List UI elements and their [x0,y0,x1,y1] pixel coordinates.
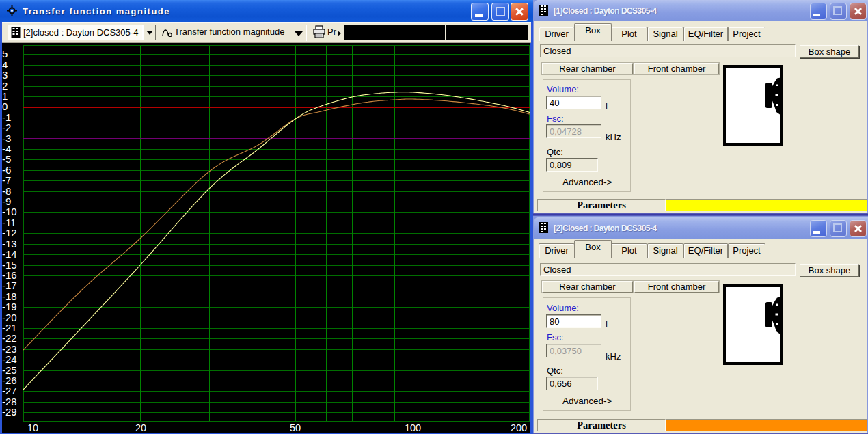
svg-text:-24: -24 [2,353,17,365]
svg-text:0: 0 [2,100,8,112]
svg-text:-7: -7 [2,174,11,186]
svg-text:-10: -10 [2,206,17,217]
svg-text:-19: -19 [2,301,17,312]
svg-text:-29: -29 [2,406,17,418]
svg-text:10: 10 [27,422,38,433]
svg-text:-27: -27 [2,385,17,396]
svg-text:-12: -12 [2,227,17,239]
svg-text:-5: -5 [2,153,11,165]
svg-text:-17: -17 [2,280,17,291]
svg-text:100: 100 [405,422,421,433]
svg-text:20: 20 [135,422,146,433]
svg-text:-14: -14 [2,248,17,260]
svg-text:200: 200 [511,422,527,433]
svg-text:50: 50 [290,422,301,433]
svg-text:3: 3 [2,69,8,81]
svg-text:5: 5 [2,48,8,59]
svg-text:-2: -2 [2,122,11,133]
svg-text:-22: -22 [2,332,17,344]
